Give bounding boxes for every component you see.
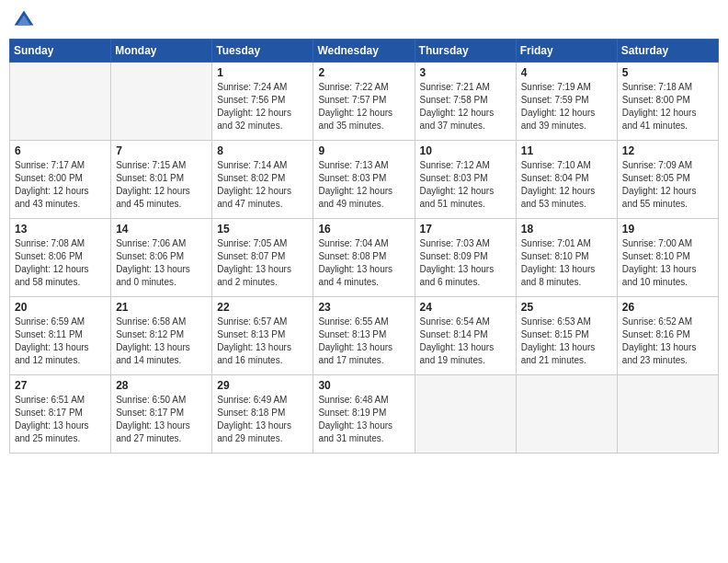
calendar-week-5: 27Sunrise: 6:51 AM Sunset: 8:17 PM Dayli… — [10, 375, 719, 454]
calendar-dow-saturday: Saturday — [617, 40, 718, 63]
calendar-cell — [617, 375, 718, 454]
calendar-cell: 16Sunrise: 7:04 AM Sunset: 8:08 PM Dayli… — [313, 219, 415, 297]
day-number: 3 — [420, 66, 511, 79]
calendar-week-3: 13Sunrise: 7:08 AM Sunset: 8:06 PM Dayli… — [10, 219, 719, 297]
calendar-week-2: 6Sunrise: 7:17 AM Sunset: 8:00 PM Daylig… — [10, 141, 719, 219]
calendar-cell: 4Sunrise: 7:19 AM Sunset: 7:59 PM Daylig… — [516, 63, 617, 141]
calendar-cell: 29Sunrise: 6:49 AM Sunset: 8:18 PM Dayli… — [212, 375, 313, 454]
calendar-dow-wednesday: Wednesday — [313, 40, 415, 63]
calendar-cell — [111, 63, 212, 141]
calendar-cell — [10, 63, 111, 141]
calendar-cell: 19Sunrise: 7:00 AM Sunset: 8:10 PM Dayli… — [617, 219, 718, 297]
day-number: 25 — [521, 301, 612, 314]
day-info: Sunrise: 6:50 AM Sunset: 8:17 PM Dayligh… — [116, 394, 207, 445]
day-number: 12 — [622, 144, 713, 157]
day-info: Sunrise: 7:06 AM Sunset: 8:06 PM Dayligh… — [116, 237, 207, 289]
calendar-cell: 27Sunrise: 6:51 AM Sunset: 8:17 PM Dayli… — [10, 375, 111, 454]
day-info: Sunrise: 7:18 AM Sunset: 8:00 PM Dayligh… — [622, 81, 713, 132]
day-info: Sunrise: 7:12 AM Sunset: 8:03 PM Dayligh… — [420, 159, 511, 211]
day-number: 7 — [116, 144, 207, 157]
day-info: Sunrise: 6:53 AM Sunset: 8:15 PM Dayligh… — [521, 316, 612, 367]
day-info: Sunrise: 7:13 AM Sunset: 8:03 PM Dayligh… — [318, 159, 409, 211]
calendar-cell: 13Sunrise: 7:08 AM Sunset: 8:06 PM Dayli… — [10, 219, 111, 297]
calendar-cell: 12Sunrise: 7:09 AM Sunset: 8:05 PM Dayli… — [617, 141, 718, 219]
day-number: 14 — [116, 223, 207, 236]
day-info: Sunrise: 7:15 AM Sunset: 8:01 PM Dayligh… — [116, 159, 207, 211]
calendar-cell: 11Sunrise: 7:10 AM Sunset: 8:04 PM Dayli… — [516, 141, 617, 219]
calendar-week-1: 1Sunrise: 7:24 AM Sunset: 7:56 PM Daylig… — [10, 63, 719, 141]
day-info: Sunrise: 7:22 AM Sunset: 7:57 PM Dayligh… — [318, 81, 409, 132]
day-info: Sunrise: 6:55 AM Sunset: 8:13 PM Dayligh… — [318, 316, 409, 367]
calendar-cell: 7Sunrise: 7:15 AM Sunset: 8:01 PM Daylig… — [111, 141, 212, 219]
day-info: Sunrise: 7:01 AM Sunset: 8:10 PM Dayligh… — [521, 237, 612, 289]
day-info: Sunrise: 6:49 AM Sunset: 8:18 PM Dayligh… — [217, 394, 308, 445]
day-info: Sunrise: 7:21 AM Sunset: 7:58 PM Dayligh… — [420, 81, 511, 132]
day-info: Sunrise: 7:04 AM Sunset: 8:08 PM Dayligh… — [318, 237, 409, 289]
day-number: 20 — [15, 301, 106, 314]
calendar-dow-sunday: Sunday — [10, 40, 111, 63]
day-number: 4 — [521, 66, 612, 79]
day-number: 9 — [318, 144, 409, 157]
day-number: 16 — [318, 223, 409, 236]
day-number: 17 — [420, 223, 511, 236]
day-info: Sunrise: 6:58 AM Sunset: 8:12 PM Dayligh… — [116, 316, 207, 367]
day-info: Sunrise: 7:24 AM Sunset: 7:56 PM Dayligh… — [217, 81, 308, 132]
calendar-dow-friday: Friday — [516, 40, 617, 63]
calendar-table: SundayMondayTuesdayWednesdayThursdayFrid… — [9, 39, 719, 454]
calendar-cell: 18Sunrise: 7:01 AM Sunset: 8:10 PM Dayli… — [516, 219, 617, 297]
calendar-cell: 14Sunrise: 7:06 AM Sunset: 8:06 PM Dayli… — [111, 219, 212, 297]
day-info: Sunrise: 6:48 AM Sunset: 8:19 PM Dayligh… — [318, 394, 409, 445]
day-number: 22 — [217, 301, 308, 314]
calendar-cell: 2Sunrise: 7:22 AM Sunset: 7:57 PM Daylig… — [313, 63, 415, 141]
calendar-cell: 5Sunrise: 7:18 AM Sunset: 8:00 PM Daylig… — [617, 63, 718, 141]
day-info: Sunrise: 6:54 AM Sunset: 8:14 PM Dayligh… — [420, 316, 511, 367]
day-info: Sunrise: 7:09 AM Sunset: 8:05 PM Dayligh… — [622, 159, 713, 211]
day-number: 11 — [521, 144, 612, 157]
day-number: 2 — [318, 66, 409, 79]
day-number: 29 — [217, 379, 308, 392]
day-number: 19 — [622, 223, 713, 236]
calendar-cell: 28Sunrise: 6:50 AM Sunset: 8:17 PM Dayli… — [111, 375, 212, 454]
calendar-cell: 22Sunrise: 6:57 AM Sunset: 8:13 PM Dayli… — [212, 297, 313, 375]
day-info: Sunrise: 7:10 AM Sunset: 8:04 PM Dayligh… — [521, 159, 612, 211]
calendar-cell — [415, 375, 516, 454]
day-info: Sunrise: 6:51 AM Sunset: 8:17 PM Dayligh… — [15, 394, 106, 445]
calendar-dow-monday: Monday — [111, 40, 212, 63]
day-number: 18 — [521, 223, 612, 236]
calendar-cell: 10Sunrise: 7:12 AM Sunset: 8:03 PM Dayli… — [415, 141, 516, 219]
day-number: 24 — [420, 301, 511, 314]
day-number: 15 — [217, 223, 308, 236]
day-number: 13 — [15, 223, 106, 236]
day-info: Sunrise: 7:00 AM Sunset: 8:10 PM Dayligh… — [622, 237, 713, 289]
day-info: Sunrise: 6:59 AM Sunset: 8:11 PM Dayligh… — [15, 316, 106, 367]
calendar-cell: 1Sunrise: 7:24 AM Sunset: 7:56 PM Daylig… — [212, 63, 313, 141]
calendar-week-4: 20Sunrise: 6:59 AM Sunset: 8:11 PM Dayli… — [10, 297, 719, 375]
logo — [13, 9, 39, 31]
calendar-cell: 25Sunrise: 6:53 AM Sunset: 8:15 PM Dayli… — [516, 297, 617, 375]
day-number: 1 — [217, 66, 308, 79]
calendar-cell: 8Sunrise: 7:14 AM Sunset: 8:02 PM Daylig… — [212, 141, 313, 219]
day-number: 23 — [318, 301, 409, 314]
calendar-cell: 26Sunrise: 6:52 AM Sunset: 8:16 PM Dayli… — [617, 297, 718, 375]
day-info: Sunrise: 7:03 AM Sunset: 8:09 PM Dayligh… — [420, 237, 511, 289]
day-info: Sunrise: 6:57 AM Sunset: 8:13 PM Dayligh… — [217, 316, 308, 367]
calendar-cell: 30Sunrise: 6:48 AM Sunset: 8:19 PM Dayli… — [313, 375, 415, 454]
calendar-cell: 21Sunrise: 6:58 AM Sunset: 8:12 PM Dayli… — [111, 297, 212, 375]
day-info: Sunrise: 7:08 AM Sunset: 8:06 PM Dayligh… — [15, 237, 106, 289]
day-info: Sunrise: 6:52 AM Sunset: 8:16 PM Dayligh… — [622, 316, 713, 367]
day-info: Sunrise: 7:17 AM Sunset: 8:00 PM Dayligh… — [15, 159, 106, 211]
calendar-header-row: SundayMondayTuesdayWednesdayThursdayFrid… — [10, 40, 719, 63]
calendar-cell: 6Sunrise: 7:17 AM Sunset: 8:00 PM Daylig… — [10, 141, 111, 219]
day-number: 27 — [15, 379, 106, 392]
day-number: 10 — [420, 144, 511, 157]
day-info: Sunrise: 7:19 AM Sunset: 7:59 PM Dayligh… — [521, 81, 612, 132]
day-info: Sunrise: 7:05 AM Sunset: 8:07 PM Dayligh… — [217, 237, 308, 289]
day-number: 8 — [217, 144, 308, 157]
calendar-cell: 20Sunrise: 6:59 AM Sunset: 8:11 PM Dayli… — [10, 297, 111, 375]
calendar-cell — [516, 375, 617, 454]
day-info: Sunrise: 7:14 AM Sunset: 8:02 PM Dayligh… — [217, 159, 308, 211]
calendar-cell: 24Sunrise: 6:54 AM Sunset: 8:14 PM Dayli… — [415, 297, 516, 375]
logo-icon — [13, 9, 35, 31]
calendar-dow-tuesday: Tuesday — [212, 40, 313, 63]
calendar-cell: 23Sunrise: 6:55 AM Sunset: 8:13 PM Dayli… — [313, 297, 415, 375]
